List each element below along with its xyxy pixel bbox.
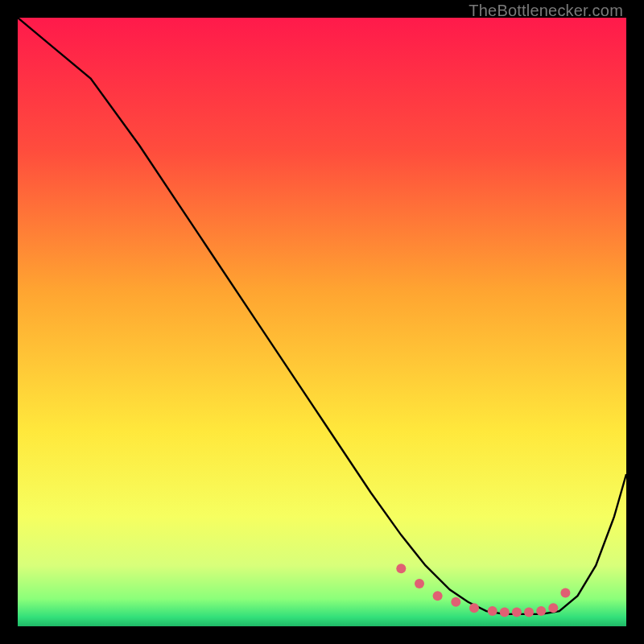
marker-point — [512, 608, 522, 617]
marker-point — [433, 591, 443, 601]
marker-point — [451, 597, 460, 607]
marker-point — [500, 608, 510, 617]
gradient-background — [18, 18, 626, 626]
chart-frame — [18, 18, 626, 626]
marker-point — [415, 579, 424, 588]
marker-point — [536, 606, 546, 616]
marker-point — [548, 603, 558, 613]
marker-point — [488, 606, 497, 616]
bottleneck-chart — [18, 18, 626, 626]
marker-point — [524, 608, 534, 617]
marker-point — [396, 564, 406, 573]
marker-point — [560, 588, 570, 597]
marker-point — [469, 603, 479, 613]
